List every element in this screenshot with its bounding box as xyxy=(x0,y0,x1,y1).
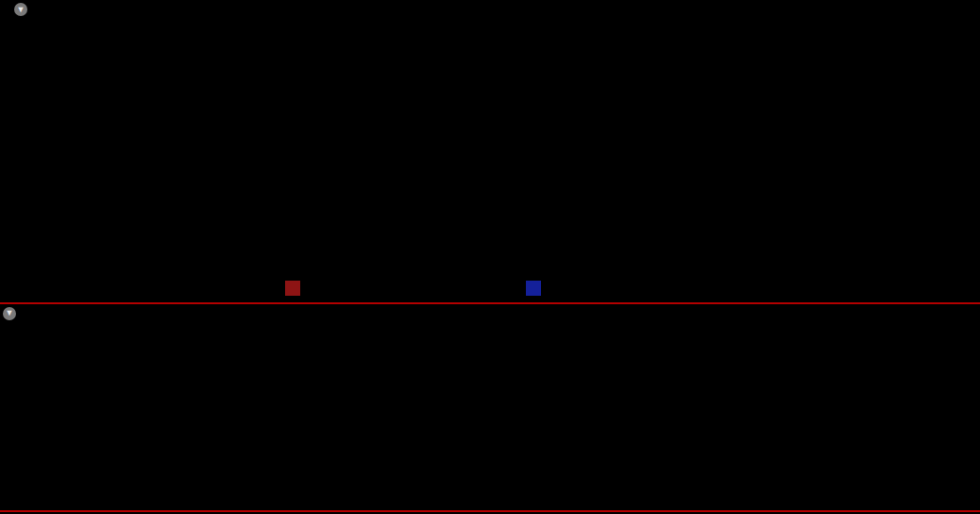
panel-separator-line xyxy=(0,302,980,304)
chevron-down-icon[interactable]: ▼ xyxy=(3,307,16,320)
stock-app-window: ▼ ▼ xyxy=(0,0,980,514)
wealth-stamp xyxy=(526,281,541,296)
price-panel-header: ▼ xyxy=(0,0,980,19)
chart-canvas[interactable] xyxy=(0,0,980,514)
bottom-border-line xyxy=(0,510,980,512)
chevron-down-icon[interactable]: ▼ xyxy=(14,3,27,16)
rise-stamp xyxy=(285,281,300,296)
indicator-panel-header: ▼ xyxy=(0,305,980,321)
